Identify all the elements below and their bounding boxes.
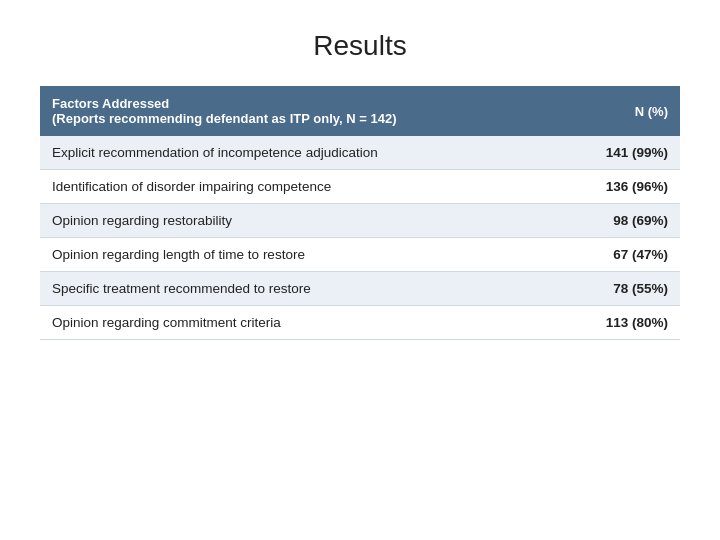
header-n: N (%) bbox=[580, 86, 680, 136]
cell-n-pct: 67 (47%) bbox=[580, 238, 680, 272]
header-factors: Factors Addressed (Reports recommending … bbox=[40, 86, 580, 136]
cell-factor: Opinion regarding length of time to rest… bbox=[40, 238, 580, 272]
cell-factor: Specific treatment recommended to restor… bbox=[40, 272, 580, 306]
header-factors-line1: Factors Addressed bbox=[52, 96, 169, 111]
table-row: Opinion regarding commitment criteria113… bbox=[40, 306, 680, 340]
table-row: Identification of disorder impairing com… bbox=[40, 170, 680, 204]
cell-n-pct: 113 (80%) bbox=[580, 306, 680, 340]
cell-n-pct: 136 (96%) bbox=[580, 170, 680, 204]
page-title: Results bbox=[313, 30, 406, 62]
cell-n-pct: 78 (55%) bbox=[580, 272, 680, 306]
table-row: Specific treatment recommended to restor… bbox=[40, 272, 680, 306]
cell-factor: Explicit recommendation of incompetence … bbox=[40, 136, 580, 170]
table-row: Opinion regarding restorability98 (69%) bbox=[40, 204, 680, 238]
table-header-row: Factors Addressed (Reports recommending … bbox=[40, 86, 680, 136]
table-row: Opinion regarding length of time to rest… bbox=[40, 238, 680, 272]
cell-n-pct: 141 (99%) bbox=[580, 136, 680, 170]
cell-n-pct: 98 (69%) bbox=[580, 204, 680, 238]
header-factors-line2: (Reports recommending defendant as ITP o… bbox=[52, 111, 396, 126]
results-table: Factors Addressed (Reports recommending … bbox=[40, 86, 680, 340]
cell-factor: Opinion regarding commitment criteria bbox=[40, 306, 580, 340]
cell-factor: Opinion regarding restorability bbox=[40, 204, 580, 238]
cell-factor: Identification of disorder impairing com… bbox=[40, 170, 580, 204]
table-row: Explicit recommendation of incompetence … bbox=[40, 136, 680, 170]
